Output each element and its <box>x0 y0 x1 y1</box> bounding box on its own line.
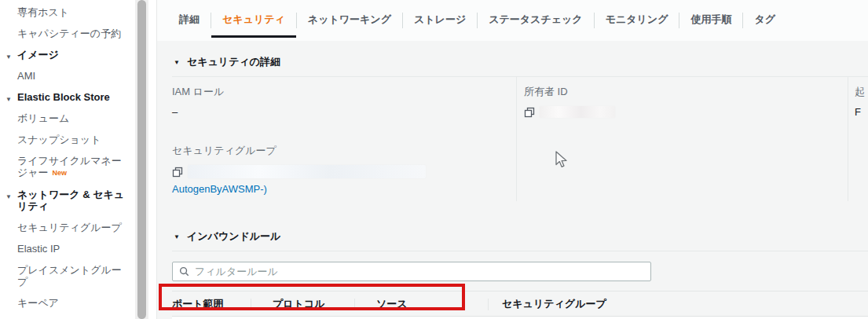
sidebar-scrollbar <box>135 0 148 319</box>
security-details-col-1: IAM ロール – セキュリティグループ AutogenByAWSMP-) <box>172 77 516 201</box>
security-group-name-redacted <box>188 165 426 178</box>
security-details-body: IAM ロール – セキュリティグループ AutogenByAWSMP-) 所 <box>172 77 868 201</box>
security-details-section-header[interactable]: ▼ セキュリティの詳細 <box>172 50 868 77</box>
copy-icon[interactable] <box>172 167 183 178</box>
sidebar-item-dedicated-hosts[interactable]: 専有ホスト <box>0 6 135 18</box>
instance-tabs: 詳細 セキュリティ ネットワーキング ストレージ ステータスチェック モニタリン… <box>157 0 868 41</box>
chevron-down-icon: ▼ <box>5 94 12 105</box>
sidebar-item-key-pairs[interactable]: キーペア <box>0 297 135 309</box>
new-badge: New <box>53 169 68 177</box>
security-group-link[interactable]: AutogenByAWSMP-) <box>172 183 516 195</box>
ec2-console-screen: 専有ホスト キャパシティーの予約 ▼イメージ AMI ▼Elastic Bloc… <box>0 0 868 319</box>
sidebar-section-elastic-block-store[interactable]: ▼Elastic Block Store <box>0 91 135 103</box>
owner-id-value-redacted <box>540 106 615 118</box>
tab-networking[interactable]: ネットワーキング <box>297 0 402 41</box>
sidebar-item-ami[interactable]: AMI <box>0 70 135 82</box>
sidebar-item-security-groups[interactable]: セキュリティグループ <box>0 222 135 233</box>
sidebar: 専有ホスト キャパシティーの予約 ▼イメージ AMI ▼Elastic Bloc… <box>0 0 135 319</box>
col-header-source: ソース <box>354 297 488 311</box>
iam-role-value: – <box>172 106 516 118</box>
chevron-down-icon: ▼ <box>174 233 180 240</box>
instance-detail-pane: 詳細 セキュリティ ネットワーキング ストレージ ステータスチェック モニタリン… <box>156 0 868 319</box>
sidebar-item-elastic-ip[interactable]: Elastic IP <box>0 243 135 255</box>
section-title: セキュリティの詳細 <box>187 55 280 69</box>
filter-rules-box <box>172 262 651 281</box>
security-groups-label: セキュリティグループ <box>172 144 516 158</box>
clipped-column-label: 起 <box>855 85 868 99</box>
security-details-col-2: 所有者 ID <box>516 77 848 201</box>
sidebar-section-images[interactable]: ▼イメージ <box>0 49 135 60</box>
sidebar-item-lifecycle-manager[interactable]: ライフサイクルマネージャーNew <box>0 155 135 179</box>
inbound-rules-table: ポート範囲 プロトコル ソース セキュリティグループ 22 TCP 0.0.0.… <box>172 291 868 319</box>
search-icon <box>179 266 189 277</box>
sidebar-item-snapshots[interactable]: スナップショット <box>0 134 135 145</box>
tab-security[interactable]: セキュリティ <box>211 0 296 41</box>
tab-status-checks[interactable]: ステータスチェック <box>478 0 593 41</box>
section-title: インバウンドルール <box>187 229 280 244</box>
chevron-down-icon: ▼ <box>174 59 180 66</box>
tab-monitoring[interactable]: モニタリング <box>595 0 679 41</box>
chevron-down-icon: ▼ <box>5 51 12 63</box>
filter-rules-input[interactable] <box>195 266 644 277</box>
copy-icon[interactable] <box>524 107 535 118</box>
security-details-col-3-clipped: 起 F <box>848 77 868 201</box>
iam-role-label: IAM ロール <box>172 85 516 99</box>
sidebar-section-network-security[interactable]: ▼ネットワーク & セキュリティ <box>0 189 135 212</box>
tab-usage-instructions[interactable]: 使用手順 <box>679 0 742 41</box>
tab-storage[interactable]: ストレージ <box>403 0 477 41</box>
inbound-rules-section: ▼ インバウンドルール ポート範囲 プロトコル <box>172 225 868 319</box>
owner-id-label: 所有者 ID <box>524 85 848 99</box>
tab-details[interactable]: 詳細 <box>179 0 211 41</box>
scrollbar-thumb[interactable] <box>137 0 146 319</box>
sidebar-item-volumes[interactable]: ボリューム <box>0 112 135 124</box>
col-header-protocol: プロトコル <box>251 297 354 311</box>
sidebar-item-capacity-reservations[interactable]: キャパシティーの予約 <box>0 28 135 39</box>
clipped-column-value: F <box>855 106 868 118</box>
tab-content: ▼ セキュリティの詳細 IAM ロール – セキュリティグループ <box>157 41 868 319</box>
inbound-rules-section-header[interactable]: ▼ インバウンドルール <box>172 225 868 251</box>
col-header-port-range: ポート範囲 <box>172 297 251 311</box>
col-header-security-group: セキュリティグループ <box>488 297 868 311</box>
tab-tags[interactable]: タグ <box>743 0 786 41</box>
chevron-down-icon: ▼ <box>5 191 12 203</box>
sidebar-item-placement-groups[interactable]: プレイスメントグループ <box>0 264 135 288</box>
table-header-row: ポート範囲 プロトコル ソース セキュリティグループ <box>172 291 868 317</box>
